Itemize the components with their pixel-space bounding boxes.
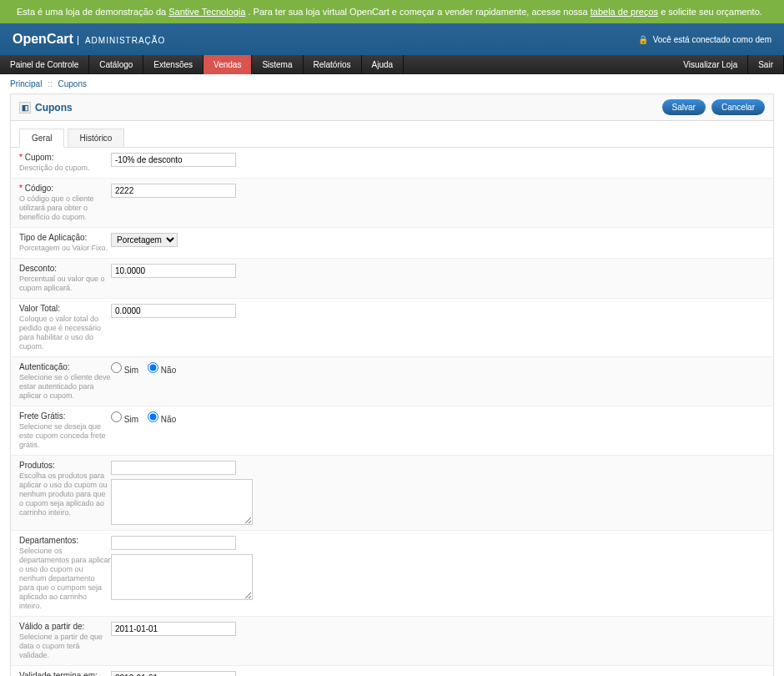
menu-painel[interactable]: Painel de Controle bbox=[0, 55, 89, 74]
label-desconto: Desconto: bbox=[19, 264, 57, 273]
page-title: ◧ Cupons bbox=[19, 102, 73, 114]
breadcrumb-cupons[interactable]: Cupons bbox=[58, 79, 86, 88]
breadcrumb: Principal :: Cupons bbox=[0, 74, 784, 93]
menu-visualizar-loja[interactable]: Visualizar Loja bbox=[673, 55, 748, 74]
login-status: 🔒 Você está conectado como dem bbox=[638, 35, 771, 44]
menu-sair[interactable]: Sair bbox=[748, 55, 784, 74]
departamentos-scrollbox[interactable] bbox=[111, 554, 253, 600]
menu-relatorios[interactable]: Relatórios bbox=[304, 55, 362, 74]
label-autenticacao: Autenticação: bbox=[19, 362, 70, 371]
lock-icon: 🔒 bbox=[638, 35, 648, 44]
cupom-input[interactable] bbox=[111, 153, 236, 167]
produtos-scrollbox[interactable] bbox=[111, 479, 253, 525]
codigo-input[interactable] bbox=[111, 184, 236, 198]
label-frete: Frete Grátis: bbox=[19, 411, 66, 421]
auth-sim-radio[interactable] bbox=[111, 362, 122, 373]
menu-vendas[interactable]: Vendas bbox=[204, 55, 252, 74]
valido-ate-input[interactable] bbox=[111, 671, 236, 676]
breadcrumb-principal[interactable]: Principal bbox=[10, 79, 42, 88]
title-icon: ◧ bbox=[19, 102, 31, 114]
valido-de-input[interactable] bbox=[111, 622, 236, 636]
cancel-button[interactable]: Cancelar bbox=[711, 99, 765, 115]
frete-nao-radio[interactable] bbox=[148, 411, 158, 422]
main-menu: Painel de Controle Catálogo Extensões Ve… bbox=[0, 55, 784, 74]
menu-extensoes[interactable]: Extensões bbox=[143, 55, 204, 74]
menu-ajuda[interactable]: Ajuda bbox=[362, 55, 405, 74]
menu-catalogo[interactable]: Catálogo bbox=[89, 55, 143, 74]
tab-historico[interactable]: Histórico bbox=[68, 129, 125, 147]
header: OpenCartADMINISTRAÇÃO 🔒 Você está conect… bbox=[0, 23, 784, 55]
label-valido-ate: Validade termina em: bbox=[19, 671, 98, 676]
produtos-input[interactable] bbox=[111, 461, 236, 475]
demo-banner: Esta é uma loja de demonstração da Santi… bbox=[0, 0, 784, 23]
tipo-select[interactable]: Porcetagem bbox=[111, 233, 178, 247]
desconto-input[interactable] bbox=[111, 264, 236, 278]
label-valido-de: Válido a partir de: bbox=[19, 622, 84, 631]
label-codigo: Código: bbox=[25, 184, 53, 193]
save-button[interactable]: Salvar bbox=[662, 99, 706, 115]
frete-sim-radio[interactable] bbox=[111, 411, 122, 422]
banner-link-santive[interactable]: Santive Tecnologia bbox=[168, 7, 245, 17]
brand: OpenCartADMINISTRAÇÃO bbox=[13, 32, 165, 47]
label-cupom: Cupom: bbox=[25, 153, 54, 162]
label-departamentos: Departamentos: bbox=[19, 536, 78, 545]
label-produtos: Produtos: bbox=[19, 461, 55, 470]
valor-total-input[interactable] bbox=[111, 304, 236, 318]
auth-nao-radio[interactable] bbox=[148, 362, 158, 373]
banner-link-precos[interactable]: tabela de preços bbox=[591, 7, 658, 17]
tabs: Geral Histórico bbox=[11, 121, 773, 148]
label-tipo: Tipo de Aplicação: bbox=[19, 233, 87, 242]
departamentos-input[interactable] bbox=[111, 536, 236, 550]
label-valor-total: Valor Total: bbox=[19, 304, 60, 313]
menu-sistema[interactable]: Sistema bbox=[252, 55, 303, 74]
tab-geral[interactable]: Geral bbox=[19, 129, 64, 148]
